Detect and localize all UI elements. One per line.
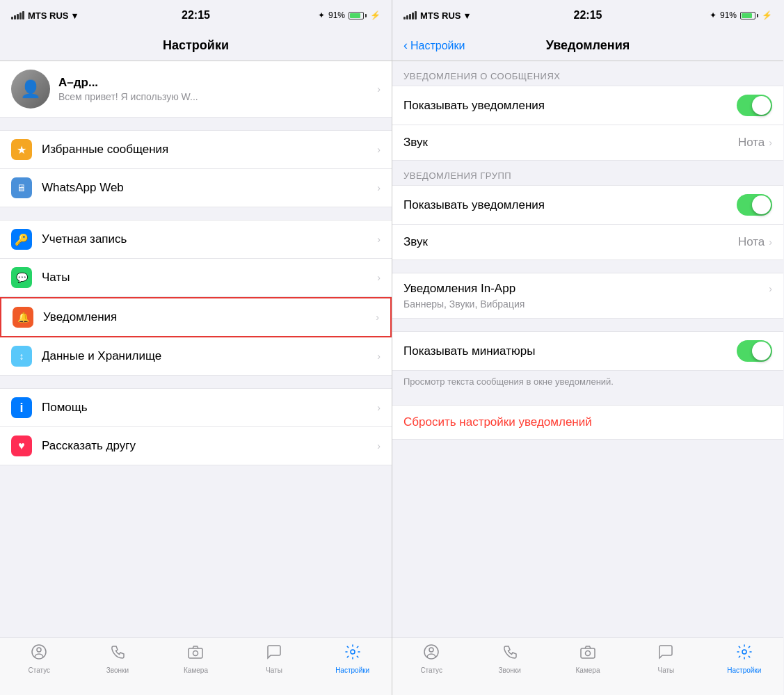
notif-sound-groups[interactable]: Звук Нота › bbox=[392, 225, 783, 259]
list-item-notifications[interactable]: 🔔 Уведомления › bbox=[0, 297, 392, 337]
tab-label-calls-left: Звонки bbox=[106, 666, 129, 674]
list-item-chats[interactable]: 💬 Чаты › bbox=[0, 259, 392, 297]
notif-groups-section: УВЕДОМЛЕНИЯ ГРУПП Показывать уведомления… bbox=[392, 161, 783, 260]
notif-thumbnails[interactable]: Показывать миниатюры bbox=[392, 332, 783, 370]
chevron-notifications: › bbox=[376, 312, 379, 323]
carrier-right: MTS RUS bbox=[420, 10, 461, 21]
wifi-icon-right: ▾ bbox=[465, 10, 470, 21]
chat-icon: 💬 bbox=[11, 267, 32, 288]
signal-icon bbox=[11, 11, 24, 19]
profile-cell[interactable]: 👤 А–др... Всем привет! Я использую W... … bbox=[0, 61, 392, 118]
arrows-icon: ↕ bbox=[11, 346, 32, 367]
svg-point-8 bbox=[586, 651, 591, 656]
signal-icon-right bbox=[403, 11, 417, 19]
tab-settings-right[interactable]: Настройки bbox=[705, 644, 783, 674]
right-tab-bar: Статус Звонки Камера bbox=[392, 637, 783, 695]
wifi-icon-left: ▾ bbox=[72, 10, 77, 21]
list-item-whatsapp-web[interactable]: 🖥 WhatsApp Web › bbox=[0, 169, 392, 207]
notif-groups-header: УВЕДОМЛЕНИЯ ГРУПП bbox=[392, 161, 783, 185]
tab-calls-right[interactable]: Звонки bbox=[470, 644, 548, 674]
left-tab-bar: Статус Звонки Камера bbox=[0, 637, 392, 695]
camera-tab-icon-right bbox=[579, 644, 596, 664]
list-label-whatsapp-web: WhatsApp Web bbox=[42, 181, 377, 195]
list-item-data[interactable]: ↕ Данные и Хранилище › bbox=[0, 337, 392, 375]
tab-status-left[interactable]: Статус bbox=[0, 644, 79, 674]
right-status-bar: MTS RUS ▾ 22:15 ✦ 91% ⚡ bbox=[392, 0, 783, 31]
desktop-icon: 🖥 bbox=[11, 177, 32, 198]
battery-icon-right bbox=[740, 12, 758, 19]
toggle-show-messages[interactable] bbox=[737, 95, 772, 116]
section-1: ★ Избранные сообщения › 🖥 WhatsApp Web › bbox=[0, 130, 392, 207]
list-group-1: ★ Избранные сообщения › 🖥 WhatsApp Web › bbox=[0, 130, 392, 207]
carrier-left: MTS RUS bbox=[28, 10, 69, 21]
time-right: 22:15 bbox=[574, 9, 602, 22]
bell-icon: 🔔 bbox=[13, 307, 33, 328]
right-nav-back[interactable]: ‹ Настройки bbox=[403, 38, 465, 53]
tab-chats-right[interactable]: Чаты bbox=[627, 644, 705, 674]
notif-groups-group: Показывать уведомления Звук Нота › bbox=[392, 185, 783, 260]
toggle-show-groups[interactable] bbox=[737, 194, 772, 216]
left-status-bar: MTS RUS ▾ 22:15 ✦ 91% ⚡ bbox=[0, 0, 392, 31]
chevron-sound-groups: › bbox=[769, 237, 772, 248]
time-left: 22:15 bbox=[182, 9, 210, 22]
reset-notifications-button[interactable]: Сбросить настройки уведомлений bbox=[392, 405, 783, 440]
section-gap-1 bbox=[392, 260, 783, 273]
tab-settings-left[interactable]: Настройки bbox=[313, 644, 392, 674]
list-label-tell-friend: Рассказать другу bbox=[42, 439, 377, 453]
notif-inapp[interactable]: Уведомления In-App › Баннеры, Звуки, Виб… bbox=[392, 273, 783, 318]
list-label-starred: Избранные сообщения bbox=[42, 143, 377, 157]
notif-show-messages-label: Показывать уведомления bbox=[403, 99, 737, 113]
tab-label-chats-left: Чаты bbox=[266, 666, 282, 674]
notif-inapp-label: Уведомления In-App bbox=[403, 282, 769, 296]
svg-point-1 bbox=[37, 648, 41, 652]
status-tab-icon-left bbox=[31, 644, 47, 664]
list-item-tell-friend[interactable]: ♥ Рассказать другу › bbox=[0, 427, 392, 465]
tab-label-calls-right: Звонки bbox=[498, 666, 520, 674]
svg-rect-2 bbox=[189, 648, 202, 658]
battery-icon-left bbox=[349, 12, 367, 19]
toggle-thumbnails[interactable] bbox=[737, 340, 772, 362]
back-chevron: ‹ bbox=[403, 38, 408, 53]
bluetooth-icon-right: ✦ bbox=[710, 10, 717, 20]
tab-label-status-right: Статус bbox=[420, 666, 442, 674]
notif-show-messages[interactable]: Показывать уведомления bbox=[392, 86, 783, 125]
list-label-help: Помощь bbox=[42, 401, 377, 415]
back-label: Настройки bbox=[410, 40, 465, 52]
notif-sound-groups-label: Звук bbox=[403, 235, 738, 249]
tab-label-chats-right: Чаты bbox=[658, 666, 675, 674]
notif-messages-header: УВЕДОМЛЕНИЯ О СООБЩЕНИЯХ bbox=[392, 61, 783, 86]
right-content: УВЕДОМЛЕНИЯ О СООБЩЕНИЯХ Показывать увед… bbox=[392, 61, 783, 637]
right-nav-title: Уведомления bbox=[546, 38, 630, 53]
list-item-help[interactable]: i Помощь › bbox=[0, 389, 392, 427]
list-item-starred[interactable]: ★ Избранные сообщения › bbox=[0, 131, 392, 169]
notif-messages-group: Показывать уведомления Звук Нота › bbox=[392, 86, 783, 161]
tab-status-right[interactable]: Статус bbox=[392, 644, 470, 674]
list-group-3: i Помощь › ♥ Рассказать другу › bbox=[0, 388, 392, 465]
list-label-notifications: Уведомления bbox=[43, 310, 376, 324]
notif-sound-messages[interactable]: Звук Нота › bbox=[392, 125, 783, 160]
list-label-data: Данные и Хранилище bbox=[42, 349, 377, 363]
notif-sound-groups-value: Нота bbox=[738, 235, 765, 249]
tab-camera-right[interactable]: Камера bbox=[549, 644, 627, 674]
key-icon: 🔑 bbox=[11, 229, 32, 250]
left-content: 👤 А–др... Всем привет! Я использую W... … bbox=[0, 61, 392, 637]
chevron-chats: › bbox=[377, 272, 381, 283]
tab-label-settings-right: Настройки bbox=[727, 666, 761, 674]
tab-calls-left[interactable]: Звонки bbox=[79, 644, 157, 674]
profile-chevron: › bbox=[377, 83, 381, 95]
right-nav-bar: ‹ Настройки Уведомления bbox=[392, 31, 783, 61]
notif-messages-section: УВЕДОМЛЕНИЯ О СООБЩЕНИЯХ Показывать увед… bbox=[392, 61, 783, 161]
list-item-account[interactable]: 🔑 Учетная запись › bbox=[0, 221, 392, 259]
notif-inapp-group: Уведомления In-App › Баннеры, Звуки, Виб… bbox=[392, 273, 783, 319]
left-nav-title: Настройки bbox=[163, 38, 229, 53]
tab-camera-left[interactable]: Камера bbox=[157, 644, 235, 674]
left-nav-bar: Настройки bbox=[0, 31, 392, 61]
charging-icon-right: ⚡ bbox=[762, 10, 772, 20]
notif-sound-messages-label: Звук bbox=[403, 136, 738, 150]
thumbnails-footer: Просмотр текста сообщения в окне уведомл… bbox=[392, 371, 783, 392]
svg-point-4 bbox=[351, 650, 355, 654]
bluetooth-icon-left: ✦ bbox=[318, 10, 325, 20]
notif-show-groups[interactable]: Показывать уведомления bbox=[392, 186, 783, 225]
avatar: 👤 bbox=[11, 70, 50, 109]
tab-chats-left[interactable]: Чаты bbox=[235, 644, 314, 674]
